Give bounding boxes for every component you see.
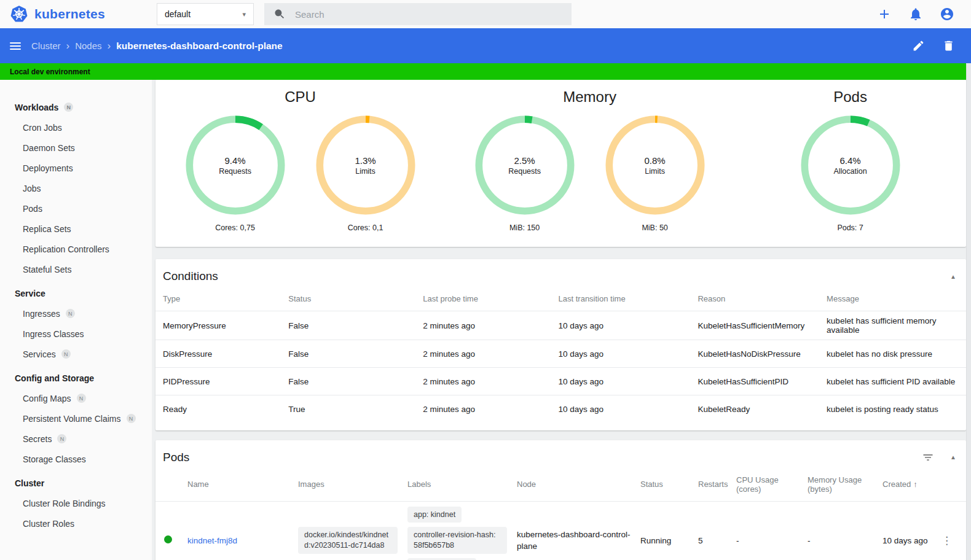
sidebar-item-secrets[interactable]: SecretsN [0, 429, 152, 449]
sidebar-item-label: Replica Sets [23, 224, 71, 234]
brand: kubernetes [10, 5, 157, 23]
edit-button[interactable] [912, 39, 925, 52]
pod-restarts-cell: 5 [698, 501, 736, 560]
sidebar-item-label: Secrets [23, 434, 52, 444]
pods-card: Pods ▲ NameImagesLabelsNodeStatusRestart… [155, 440, 966, 560]
sidebar-item-label: Daemon Sets [23, 143, 75, 153]
column-header-images[interactable]: Images [298, 470, 407, 502]
condition-cell-status: False [288, 311, 423, 340]
label-chip: controller-revision-hash: 58f5b657b8 [407, 527, 507, 554]
sidebar-item-label: Ingresses [23, 309, 60, 319]
donut-metric-label: Requests [219, 167, 251, 176]
sidebar-item-cron-jobs[interactable]: Cron Jobs [0, 117, 152, 138]
create-button[interactable] [877, 7, 892, 21]
sidebar-item-stateful-sets[interactable]: Stateful Sets [0, 259, 152, 279]
new-badge: N [66, 309, 75, 318]
filter-icon [922, 451, 934, 464]
account-button[interactable] [940, 7, 954, 21]
sidebar-item-services[interactable]: ServicesN [0, 344, 152, 364]
sidebar-item-pods[interactable]: Pods [0, 198, 152, 219]
column-header-status[interactable]: Status [640, 470, 698, 502]
column-header-last-transition-time: Last transition time [559, 289, 698, 311]
column-header-created[interactable]: Created↑ [883, 470, 942, 502]
image-chip: docker.io/kindest/kindnetd:v20230511-dc7… [298, 527, 398, 554]
sidebar-item-jobs[interactable]: Jobs [0, 178, 152, 198]
sidebar-item-cluster-roles[interactable]: Cluster Roles [0, 513, 152, 534]
column-header-node[interactable]: Node [517, 470, 640, 502]
delete-button[interactable] [942, 39, 955, 52]
donut-center-text: 1.3%Limits [315, 114, 417, 216]
condition-cell-last-transition-time: 10 days ago [559, 395, 698, 423]
notifications-button[interactable] [908, 7, 923, 21]
pod-running-status-icon [164, 535, 172, 543]
sidebar-group-service[interactable]: Service [0, 283, 152, 303]
pod-name-link[interactable]: kindnet-fmj8d [187, 536, 237, 545]
column-header-labels[interactable]: Labels [407, 470, 517, 502]
sidebar-group-label: Cluster [15, 478, 44, 488]
condition-cell-type: DiskPressure [155, 340, 288, 368]
labels-stack: app: kindnetcontroller-revision-hash: 58… [407, 507, 507, 560]
sidebar-item-daemon-sets[interactable]: Daemon Sets [0, 138, 152, 158]
sidebar-item-config-maps[interactable]: Config MapsN [0, 388, 152, 408]
donut-footer: Pods: 7 [837, 224, 863, 232]
donut-center-text: 9.4%Requests [184, 114, 286, 216]
breadcrumb-cluster[interactable]: Cluster [31, 41, 61, 51]
sidebar-item-label: Cron Jobs [23, 123, 62, 133]
donut-ring: 6.4%Allocation [800, 114, 902, 216]
sidebar-item-persistent-volume-claims[interactable]: Persistent Volume ClaimsN [0, 408, 152, 429]
namespace-value: default [165, 9, 191, 19]
chart-title: CPU [285, 88, 316, 106]
chevron-right-icon: › [108, 41, 111, 51]
scrollbar[interactable] [966, 64, 971, 560]
column-header-cpu-usage-cores[interactable]: CPU Usage (cores) [736, 470, 808, 502]
column-header-memory-usage-bytes[interactable]: Memory Usage (bytes) [808, 470, 883, 502]
sidebar-group-workloads[interactable]: WorkloadsN [0, 97, 152, 117]
conditions-title: Conditions [163, 270, 218, 283]
sidebar-item-ingress-classes[interactable]: Ingress Classes [0, 324, 152, 344]
sidebar-item-label: Stateful Sets [23, 265, 71, 274]
collapse-icon[interactable]: ▲ [950, 454, 956, 461]
pods-table: NameImagesLabelsNodeStatusRestartsCPU Us… [155, 470, 966, 560]
donut-ring: 0.8%Limits [604, 114, 706, 216]
sidebar-group-label: Workloads [15, 103, 58, 112]
condition-cell-status: False [288, 340, 423, 368]
donut-percent: 2.5% [514, 155, 535, 166]
top-actions [877, 7, 971, 21]
donut-memory-limits: 0.8%LimitsMiB: 50 [604, 114, 706, 232]
sidebar-item-ingresses[interactable]: IngressesN [0, 303, 152, 324]
sidebar-group-cluster[interactable]: Cluster [0, 473, 152, 493]
collapse-icon[interactable]: ▲ [950, 273, 956, 280]
new-badge: N [61, 349, 71, 359]
sidebar-item-label: Cluster Roles [23, 519, 74, 529]
sidebar-item-deployments[interactable]: Deployments [0, 158, 152, 178]
search-input[interactable] [295, 9, 562, 20]
sidebar-item-label: Config Maps [23, 394, 71, 403]
filter-button[interactable] [922, 451, 934, 464]
pod-images-cell: docker.io/kindest/kindnetd:v20230511-dc7… [298, 501, 407, 560]
sidebar-item-label: Replication Controllers [23, 244, 109, 254]
breadcrumb-nodes[interactable]: Nodes [75, 41, 101, 51]
donut-metric-label: Allocation [833, 167, 867, 176]
namespace-selector[interactable]: default ▾ [157, 3, 254, 25]
pod-status-cell: Running [640, 501, 698, 560]
sidebar-item-replica-sets[interactable]: Replica Sets [0, 219, 152, 239]
brand-wordmark: kubernetes [34, 7, 105, 21]
sidebar-item-label: Services [23, 349, 56, 359]
column-header-reason: Reason [698, 289, 827, 311]
page-title: kubernetes-dashboard-control-plane [116, 41, 282, 52]
column-header-name[interactable]: Name [187, 470, 298, 502]
gauge-row: 6.4%AllocationPods: 7 [800, 114, 902, 232]
column-header-restarts[interactable]: Restarts [698, 470, 736, 502]
search-bar[interactable] [264, 3, 572, 25]
sidebar-group-label: Config and Storage [15, 373, 94, 383]
kebab-menu-icon[interactable]: ⋮ [942, 534, 952, 546]
chevron-right-icon: › [66, 41, 70, 51]
sidebar-item-cluster-role-bindings[interactable]: Cluster Role Bindings [0, 493, 152, 513]
sidebar-item-label: Persistent Volume Claims [23, 414, 121, 424]
sidebar-item-replication-controllers[interactable]: Replication Controllers [0, 239, 152, 259]
sidebar-item-storage-classes[interactable]: Storage Classes [0, 449, 152, 469]
menu-button[interactable] [10, 42, 21, 50]
donut-metric-label: Limits [645, 167, 665, 176]
new-badge: N [77, 394, 86, 403]
sidebar-group-config-and-storage[interactable]: Config and Storage [0, 368, 152, 388]
